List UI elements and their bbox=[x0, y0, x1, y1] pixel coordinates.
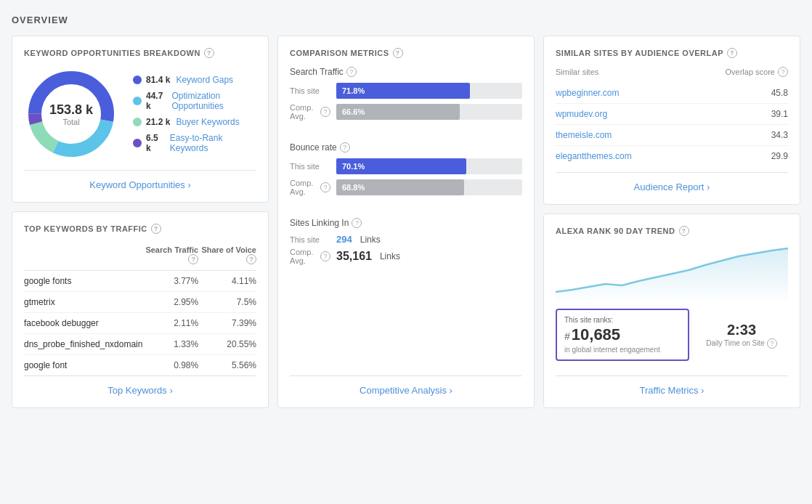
bounce-this-bar-wrap: 70.1% bbox=[336, 158, 522, 174]
comparison-metrics-title: COMPARISON METRICS ? bbox=[290, 48, 522, 58]
overlap-score-cell: 45.8 bbox=[683, 83, 788, 104]
bounce-comp-bar-wrap: 68.8% bbox=[336, 179, 522, 195]
table-row: google fonts 3.77% 4.11% bbox=[24, 271, 256, 292]
overlap-score-cell: 39.1 bbox=[683, 104, 788, 125]
keyword-breakdown-title: KEYWORD OPPORTUNITIES BREAKDOWN ? bbox=[24, 48, 256, 58]
voice-cell: 7.5% bbox=[198, 292, 256, 313]
sites-linking-comp-row: Comp. Avg. ? 35,161 Links bbox=[290, 248, 522, 265]
alexa-trend-chart bbox=[556, 245, 788, 303]
col-share-voice: Share of Voice ? bbox=[198, 243, 256, 271]
keyword-breakdown-footer: Keyword Opportunities › bbox=[24, 170, 256, 190]
col-keyword bbox=[24, 243, 142, 271]
similar-site-cell: wpmudev.org bbox=[556, 104, 683, 125]
overview-page: OVERVIEW KEYWORD OPPORTUNITIES BREAKDOWN… bbox=[0, 0, 812, 423]
legend-dot-1 bbox=[133, 76, 142, 84]
legend-dot-2 bbox=[133, 97, 142, 105]
similar-site-cell: elegantthemes.com bbox=[556, 146, 683, 167]
similar-sites-table: Similar sites Overlap score ? wpbeginner… bbox=[556, 67, 788, 166]
traffic-cell: 2.95% bbox=[142, 292, 198, 313]
legend-dot-4 bbox=[133, 139, 142, 147]
similar-site-cell: themeisle.com bbox=[556, 125, 683, 146]
bounce-comp-row: Comp. Avg. ? 68.8% bbox=[290, 179, 522, 196]
keyword-opportunities-link[interactable]: Keyword Opportunities › bbox=[89, 179, 190, 190]
competitive-analysis-link[interactable]: Competitive Analysis › bbox=[360, 385, 452, 396]
bounce-rate-label: Bounce rate ? bbox=[290, 142, 522, 153]
alexa-footer: Traffic Metrics › bbox=[556, 375, 788, 396]
top-keywords-body: Search Traffic ? Share of Voice ? goo bbox=[24, 243, 256, 375]
top-keywords-help-icon[interactable]: ? bbox=[151, 224, 161, 234]
trend-fill bbox=[556, 248, 788, 303]
list-item: wpmudev.org 39.1 bbox=[556, 104, 788, 125]
overlap-score-help[interactable]: ? bbox=[778, 67, 788, 77]
sites-linking-label: Sites Linking In ? bbox=[290, 218, 522, 228]
search-traffic-comp-bar: 66.6% bbox=[336, 104, 460, 120]
search-traffic-this-row: This site 71.8% bbox=[290, 83, 522, 99]
page-title: OVERVIEW bbox=[12, 15, 800, 25]
legend-item-4: 6.5 k Easy-to-Rank Keywords bbox=[133, 133, 256, 153]
top-keywords-title: TOP KEYWORDS BY TRAFFIC ? bbox=[24, 224, 256, 234]
similar-sites-help-icon[interactable]: ? bbox=[727, 48, 737, 58]
comparison-metrics-help-icon[interactable]: ? bbox=[393, 48, 403, 58]
legend-item-3: 21.2 k Buyer Keywords bbox=[133, 117, 256, 127]
overlap-score-cell: 29.9 bbox=[683, 146, 788, 167]
alexa-title: ALEXA RANK 90 DAY TREND ? bbox=[556, 226, 788, 236]
alexa-time-box: 2:33 Daily Time on Site ? bbox=[695, 309, 788, 361]
bounce-comp-bar: 68.8% bbox=[336, 179, 464, 195]
comp-avg-help-3[interactable]: ? bbox=[320, 251, 330, 261]
search-traffic-comp-row: Comp. Avg. ? 66.6% bbox=[290, 103, 522, 121]
keyword-gaps-link[interactable]: Keyword Gaps bbox=[176, 75, 233, 85]
legend-item-1: 81.4 k Keyword Gaps bbox=[133, 75, 256, 85]
table-row: facebook debugger 2.11% 7.39% bbox=[24, 313, 256, 334]
search-traffic-metric-help[interactable]: ? bbox=[346, 67, 357, 77]
audience-report-link[interactable]: Audience Report › bbox=[634, 182, 710, 192]
comp-avg-help-2[interactable]: ? bbox=[320, 182, 330, 192]
keywords-table: Search Traffic ? Share of Voice ? goo bbox=[24, 243, 256, 375]
legend-item-2: 44.7 k Optimization Opportunities bbox=[133, 91, 256, 111]
sites-linking-help[interactable]: ? bbox=[352, 218, 362, 228]
top-keywords-footer: Top Keywords › bbox=[24, 375, 256, 396]
list-item: wpbeginner.com 45.8 bbox=[556, 83, 788, 104]
alexa-help-icon[interactable]: ? bbox=[679, 226, 689, 236]
alexa-time-label: Daily Time on Site ? bbox=[706, 338, 777, 349]
top-keywords-card: TOP KEYWORDS BY TRAFFIC ? Search Traffic… bbox=[12, 211, 269, 408]
share-voice-help-icon[interactable]: ? bbox=[246, 254, 256, 264]
comp-avg-help-1[interactable]: ? bbox=[320, 107, 330, 117]
search-traffic-section: Search Traffic ? This site 71.8% Comp. A… bbox=[290, 67, 522, 125]
search-traffic-this-bar: 71.8% bbox=[336, 83, 470, 99]
voice-cell: 5.56% bbox=[198, 355, 256, 376]
similar-sites-footer: Audience Report › bbox=[556, 172, 788, 192]
daily-time-help[interactable]: ? bbox=[767, 338, 777, 349]
donut-center: 153.8 k Total bbox=[49, 102, 93, 126]
main-grid: KEYWORD OPPORTUNITIES BREAKDOWN ? bbox=[12, 36, 800, 408]
keyword-cell: facebook debugger bbox=[24, 313, 142, 334]
traffic-cell: 1.33% bbox=[142, 334, 198, 355]
alexa-rank-display: # 10,685 bbox=[564, 325, 681, 344]
legend: 81.4 k Keyword Gaps 44.7 k Optimization … bbox=[133, 75, 256, 153]
traffic-metrics-link[interactable]: Traffic Metrics › bbox=[640, 385, 705, 396]
optimization-link[interactable]: Optimization Opportunities bbox=[172, 91, 257, 111]
donut-section: 153.8 k Total 81.4 k Keyword Gaps 44.7 k bbox=[24, 67, 256, 170]
search-traffic-help-icon[interactable]: ? bbox=[188, 254, 198, 264]
bounce-rate-help[interactable]: ? bbox=[340, 142, 350, 153]
similar-col-score: Overlap score ? bbox=[683, 67, 788, 83]
bounce-rate-section: Bounce rate ? This site 70.1% Comp. Avg.… bbox=[290, 142, 522, 200]
sites-linking-this-row: This site 294 Links bbox=[290, 234, 522, 245]
traffic-cell: 3.77% bbox=[142, 271, 198, 292]
keyword-cell: dns_probe_finished_nxdomain bbox=[24, 334, 142, 355]
comparison-metrics-footer: Competitive Analysis › bbox=[290, 375, 522, 396]
col-1: KEYWORD OPPORTUNITIES BREAKDOWN ? bbox=[12, 36, 269, 408]
table-row: gtmetrix 2.95% 7.5% bbox=[24, 292, 256, 313]
keyword-cell: gtmetrix bbox=[24, 292, 142, 313]
traffic-cell: 0.98% bbox=[142, 355, 198, 376]
easy-rank-link[interactable]: Easy-to-Rank Keywords bbox=[170, 133, 256, 153]
traffic-cell: 2.11% bbox=[142, 313, 198, 334]
buyer-keywords-link[interactable]: Buyer Keywords bbox=[176, 117, 239, 127]
similar-sites-title: SIMILAR SITES BY AUDIENCE OVERLAP ? bbox=[556, 48, 788, 58]
voice-cell: 20.55% bbox=[198, 334, 256, 355]
alexa-bottom: This site ranks: # 10,685 in global inte… bbox=[556, 309, 788, 361]
overlap-score-cell: 34.3 bbox=[683, 125, 788, 146]
top-keywords-link[interactable]: Top Keywords › bbox=[107, 385, 173, 396]
search-traffic-label: Search Traffic ? bbox=[290, 67, 522, 77]
keyword-cell: google fonts bbox=[24, 271, 142, 292]
keyword-breakdown-help-icon[interactable]: ? bbox=[204, 48, 214, 58]
